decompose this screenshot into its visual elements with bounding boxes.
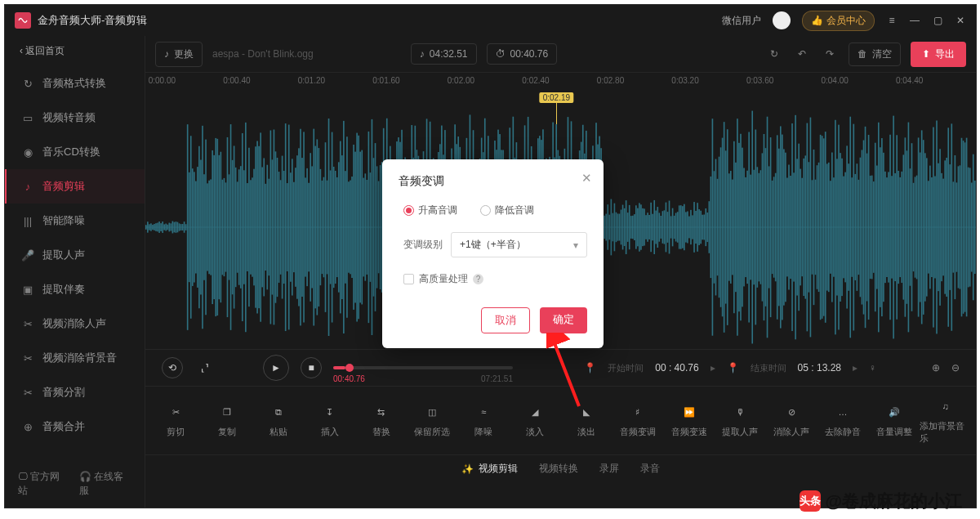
clear-button[interactable]: 🗑清空 xyxy=(849,43,901,66)
svg-rect-69 xyxy=(258,146,260,308)
svg-rect-368 xyxy=(755,130,756,325)
bottomnav-screenrec[interactable]: 录屏 xyxy=(599,462,619,476)
sidebar-item-format[interactable]: ↻音频格式转换 xyxy=(5,66,145,101)
start-time-value[interactable]: 00 : 40.76 xyxy=(655,362,698,374)
menu-icon[interactable]: ≡ xyxy=(886,15,898,26)
svg-rect-440 xyxy=(875,143,876,312)
user-label[interactable]: 微信用户 xyxy=(722,14,761,28)
svg-rect-448 xyxy=(888,172,889,282)
undo-icon[interactable]: ↶ xyxy=(793,45,811,63)
pin-start-icon[interactable]: 📍 xyxy=(584,362,596,374)
svg-rect-61 xyxy=(245,123,247,332)
svg-rect-471 xyxy=(926,158,928,296)
maximize-icon[interactable]: ▢ xyxy=(932,15,943,26)
dialog-close-icon[interactable]: ✕ xyxy=(581,171,592,186)
redo-icon[interactable]: ↷ xyxy=(821,45,839,63)
ok-button[interactable]: 确定 xyxy=(540,307,587,333)
hq-checkbox[interactable] xyxy=(403,274,414,284)
sidebar-item-video-rm-vocal[interactable]: ✂视频消除人声 xyxy=(5,306,145,341)
sidebar-item-split[interactable]: ✂音频分割 xyxy=(5,375,145,409)
bottomnav-audiorec[interactable]: 录音 xyxy=(640,462,660,476)
skip-start-button[interactable]: ⟲ xyxy=(162,357,183,378)
vip-center-button[interactable]: 👍会员中心 xyxy=(802,11,875,31)
tool-speed[interactable]: ⏩音频变速 xyxy=(663,403,715,438)
tool-keep-selection[interactable]: ◫保留所选 xyxy=(407,403,458,438)
tool-volume[interactable]: 🔊音量调整 xyxy=(868,403,920,438)
svg-rect-16 xyxy=(171,223,172,230)
sidebar-item-edit[interactable]: ♪音频剪辑 xyxy=(5,169,145,204)
sidebar-item-denoise[interactable]: |||智能降噪 xyxy=(5,204,145,238)
tool-insert[interactable]: ↧插入 xyxy=(304,403,355,438)
tool-denoise[interactable]: ≈降噪 xyxy=(458,403,510,438)
merge-icon: ⊕ xyxy=(21,420,34,433)
svg-rect-31 xyxy=(195,181,197,274)
tool-remove-silence[interactable]: …去除静音 xyxy=(817,403,869,438)
tool-fadeout[interactable]: ◣淡出 xyxy=(561,403,612,438)
note-icon: ♪ xyxy=(164,48,169,60)
svg-rect-355 xyxy=(733,141,735,313)
swap-file-button[interactable]: ♪更换 xyxy=(155,42,203,67)
pin-end-icon[interactable]: 📍 xyxy=(727,362,739,374)
progress-handle[interactable] xyxy=(345,364,354,372)
tool-fadein[interactable]: ◢淡入 xyxy=(510,403,561,438)
svg-rect-12 xyxy=(163,224,165,230)
svg-rect-478 xyxy=(938,163,939,291)
sidebar-item-label: 提取伴奏 xyxy=(42,282,85,297)
play-button[interactable]: ► xyxy=(263,355,289,381)
stop-button[interactable]: ■ xyxy=(301,357,322,378)
progress-track[interactable]: 00:40.76 07:21.51 xyxy=(333,366,513,369)
tool-remove-vocal[interactable]: ⊘消除人声 xyxy=(766,403,817,438)
tool-paste[interactable]: ⧉粘贴 xyxy=(253,403,305,438)
reload-icon[interactable]: ↻ xyxy=(765,45,783,63)
official-site-link[interactable]: 🖵 官方网站 xyxy=(18,470,68,498)
fadeout-icon: ◣ xyxy=(583,403,590,421)
svg-rect-4 xyxy=(150,223,152,230)
svg-rect-15 xyxy=(168,223,170,232)
svg-rect-434 xyxy=(865,127,866,328)
radio-pitch-up[interactable]: 升高音调 xyxy=(403,204,457,217)
close-icon[interactable]: ✕ xyxy=(955,15,966,26)
zoom-in-icon[interactable]: ⊕ xyxy=(932,362,940,374)
bottomnav-video-edit[interactable]: ✨视频剪辑 xyxy=(461,462,518,476)
sidebar-item-extract-accomp[interactable]: ▣提取伴奏 xyxy=(5,272,145,306)
export-button[interactable]: ⬆导出 xyxy=(911,42,966,67)
zoom-out-icon[interactable]: ⊖ xyxy=(951,362,960,374)
svg-rect-117 xyxy=(338,162,340,292)
svg-rect-119 xyxy=(341,155,343,299)
tool-add-bgm[interactable]: ♫添加背景音乐 xyxy=(920,397,971,445)
trim-start-button[interactable]: ⸤⸣ xyxy=(194,357,216,378)
mute-vocal-icon: ⊘ xyxy=(788,403,795,421)
tool-extract-vocal[interactable]: 🎙提取人声 xyxy=(715,403,766,438)
tool-copy[interactable]: ❐复制 xyxy=(202,403,253,438)
support-link[interactable]: 🎧 在线客服 xyxy=(79,470,131,498)
sidebar-item-video2audio[interactable]: ▭视频转音频 xyxy=(5,101,145,135)
sidebar-item-video-rm-bgm[interactable]: ✂视频消除背景音 xyxy=(5,341,145,375)
bottomnav-video-convert[interactable]: 视频转换 xyxy=(539,462,578,476)
back-home-button[interactable]: ‹ 返回首页 xyxy=(5,36,145,66)
svg-rect-335 xyxy=(700,211,702,244)
radio-pitch-down[interactable]: 降低音调 xyxy=(480,204,534,217)
help-icon[interactable]: ? xyxy=(473,274,483,284)
tool-pitch[interactable]: ♯音频变调 xyxy=(612,403,663,438)
title-bar: 金舟音频大师-音频剪辑 微信用户 👍会员中心 ≡ — ▢ ✕ xyxy=(5,5,976,36)
svg-rect-77 xyxy=(272,159,274,294)
sidebar-item-cd[interactable]: ◉音乐CD转换 xyxy=(5,135,145,169)
tool-replace[interactable]: ⇆替换 xyxy=(355,403,407,438)
svg-rect-82 xyxy=(280,180,282,275)
tool-cut[interactable]: ✂剪切 xyxy=(150,403,202,438)
svg-rect-375 xyxy=(767,117,768,338)
svg-rect-400 xyxy=(808,162,810,292)
cancel-button[interactable]: 取消 xyxy=(481,307,530,333)
end-time-value[interactable]: 05 : 13.28 xyxy=(798,362,841,374)
pitch-level-select[interactable]: +1键（+半音） ▾ xyxy=(451,232,587,257)
svg-rect-467 xyxy=(920,153,921,302)
sidebar-item-extract-vocal[interactable]: 🎤提取人声 xyxy=(5,238,145,272)
svg-rect-373 xyxy=(764,134,765,320)
svg-rect-418 xyxy=(838,125,840,330)
svg-rect-290 xyxy=(626,200,627,254)
sidebar-item-merge[interactable]: ⊕音频合并 xyxy=(5,409,145,444)
music-icon: ♫ xyxy=(942,397,948,415)
user-avatar-icon[interactable] xyxy=(773,11,791,29)
minimize-icon[interactable]: — xyxy=(909,15,920,26)
svg-rect-48 xyxy=(224,178,225,276)
